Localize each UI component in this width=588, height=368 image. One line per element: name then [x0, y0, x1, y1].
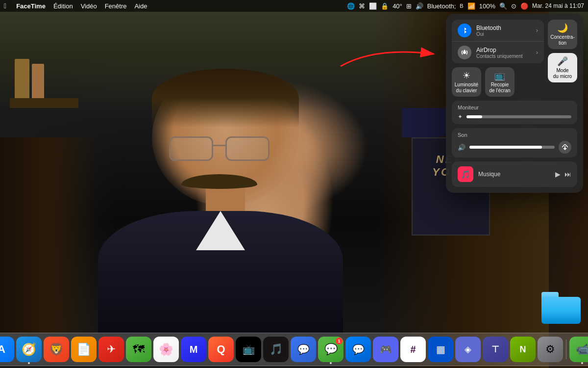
bluetooth-row[interactable]: Bluetooth Oui ›: [452, 20, 544, 42]
dock-tower[interactable]: ⊤: [483, 337, 508, 362]
siri-icon[interactable]: 🔴: [520, 2, 528, 10]
folder-icon: [541, 292, 581, 324]
app-name-menu[interactable]: FaceTime: [16, 2, 46, 10]
lock-icon[interactable]: 🔒: [381, 2, 389, 10]
dock-settings[interactable]: ⚙: [538, 337, 563, 362]
sound-section: Son 🔊: [452, 128, 577, 158]
wifi-icon[interactable]: 📶: [467, 2, 475, 10]
control-center-panel: Bluetooth Oui › Ai: [446, 14, 583, 193]
music-app-name: Musique: [478, 171, 555, 178]
monitor-label: Moniteur: [458, 105, 571, 110]
music-forward-button[interactable]: ⏭: [564, 170, 571, 178]
share-icon[interactable]: 🌐: [347, 2, 355, 10]
airdrop-arrow: ›: [536, 49, 538, 56]
bluetooth-b[interactable]: B: [460, 3, 463, 9]
temperature-icon[interactable]: 40°: [392, 2, 402, 10]
concentration-tile[interactable]: 🌙 Concentra-tion: [548, 20, 577, 49]
dock-appletv[interactable]: 📺: [236, 337, 261, 362]
grid-icon[interactable]: ⊞: [406, 2, 412, 10]
dock-spark[interactable]: ✈: [98, 337, 124, 362]
apple-menu[interactable]: : [4, 2, 6, 10]
dock-facetime[interactable]: 📹: [569, 337, 588, 362]
dock-pages[interactable]: 📄: [71, 337, 97, 362]
concentration-label: Concentra-tion: [550, 34, 574, 46]
screenmirroring-icon[interactable]: ⬜: [369, 2, 377, 10]
dock: 🖥 A 🧭 🦁 📄 ✈ 🗺 🌸 M Q 📺 🎵 💬 💬 1: [0, 333, 588, 366]
volume-icon[interactable]: 🔊: [416, 2, 423, 10]
bluetooth-status: Oui: [476, 31, 536, 37]
gamecontroller-icon[interactable]: ⌘: [359, 2, 365, 10]
dock-appstore[interactable]: A: [0, 337, 14, 362]
monitor-brightness-icon: ✦: [458, 113, 463, 120]
dock-trello[interactable]: ▦: [428, 337, 453, 362]
dock-discord[interactable]: 🎮: [373, 337, 398, 362]
dock-linear[interactable]: ◈: [455, 337, 481, 362]
dock-signal[interactable]: 💬: [291, 337, 316, 362]
dock-spark2[interactable]: Q: [208, 337, 234, 362]
dock-photos[interactable]: 🌸: [153, 337, 179, 362]
sound-slider-fill: [469, 146, 542, 149]
bluetooth-info: Bluetooth Oui: [476, 25, 536, 37]
menubar-clock: Mar. 24 mai à 11:07: [532, 2, 584, 9]
luminosite-label: Luminositédu clavier: [455, 82, 478, 94]
dock-safari[interactable]: 🧭: [16, 337, 42, 362]
search-icon[interactable]: 🔍: [499, 2, 507, 10]
dock-maps[interactable]: 🗺: [126, 337, 151, 362]
recopie-icon: 📺: [494, 70, 505, 81]
menu-edition[interactable]: Édition: [53, 2, 73, 10]
menubar:  FaceTime Édition Vidéo Fenêtre Aide 🌐 …: [0, 0, 588, 12]
mode-micro-tile[interactable]: 🎤 Modedu micro: [548, 53, 577, 82]
airdrop-name: AirDrop: [476, 47, 536, 53]
monitor-slider-row: ✦: [458, 113, 571, 120]
airdrop-icon: [458, 46, 471, 59]
music-section: 🎵 Musique ▶ ⏭: [452, 161, 577, 187]
sound-label: Son: [458, 132, 571, 138]
dock-messages[interactable]: 💬 1: [318, 337, 343, 362]
dock-separator: [566, 340, 566, 359]
music-app-icon: 🎵: [458, 166, 473, 182]
dock-messenger[interactable]: 💬: [345, 337, 371, 362]
battery-icon[interactable]: 100%: [479, 2, 495, 10]
menu-fenetre[interactable]: Fenêtre: [105, 2, 127, 10]
luminosite-clavier-tile[interactable]: ☀ Luminositédu clavier: [452, 67, 481, 97]
volume-speaker-icon: 🔊: [458, 144, 466, 151]
dock-nvidia[interactable]: N: [510, 337, 536, 362]
dock-spotify[interactable]: 🎵: [263, 337, 289, 362]
sound-slider[interactable]: [469, 146, 555, 149]
controlcenter-icon[interactable]: ⊙: [511, 2, 516, 10]
dock-brave[interactable]: 🦁: [44, 337, 69, 362]
menu-aide[interactable]: Aide: [134, 2, 147, 10]
concentration-icon: 🌙: [557, 23, 568, 33]
mode-micro-icon: 🎤: [557, 56, 568, 67]
airdrop-status: Contacts uniquement: [476, 53, 536, 59]
airdrop-row[interactable]: AirDrop Contacts uniquement ›: [452, 42, 544, 63]
music-controls: ▶ ⏭: [555, 170, 571, 178]
folder-body: [541, 297, 581, 324]
bluetooth-arrow: ›: [536, 27, 538, 34]
network-area: Bluetooth Oui › Ai: [452, 20, 544, 63]
bluetooth-name: Bluetooth: [476, 25, 536, 31]
music-play-button[interactable]: ▶: [555, 170, 561, 178]
bluetooth-menu-icon[interactable]: Bluetooth;: [427, 2, 456, 10]
menubar-right: 🌐 ⌘ ⬜ 🔒 40° ⊞ 🔊 Bluetooth; B 📶 100% 🔍 ⊙ …: [347, 2, 584, 10]
airplay-button[interactable]: [559, 141, 571, 154]
messages-badge: 1: [336, 338, 343, 344]
luminosite-icon: ☀: [463, 70, 470, 81]
dock-mimestream[interactable]: M: [181, 337, 206, 362]
monitor-slider[interactable]: [466, 115, 571, 118]
mode-micro-label: Modedu micro: [553, 68, 572, 79]
menu-video[interactable]: Vidéo: [81, 2, 97, 10]
monitor-slider-fill: [466, 115, 482, 118]
recopie-label: Recopiede l'écran: [489, 82, 510, 94]
sound-slider-row: 🔊: [458, 141, 571, 154]
recopie-ecran-tile[interactable]: 📺 Recopiede l'écran: [485, 67, 514, 97]
airdrop-info: AirDrop Contacts uniquement: [476, 47, 536, 59]
dock-slack[interactable]: #: [400, 337, 426, 362]
bluetooth-icon: [458, 24, 471, 37]
monitor-section: Moniteur ✦: [452, 101, 577, 124]
